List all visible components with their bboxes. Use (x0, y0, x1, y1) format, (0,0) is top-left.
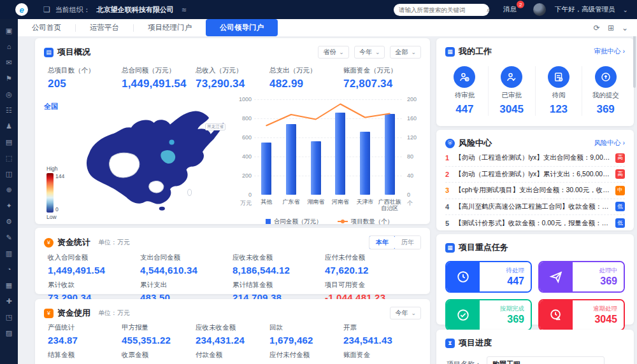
tab-pm-portal[interactable]: 项目经理门户 (134, 19, 206, 36)
usage-stat-item: 应收未收金额234,431.24 (196, 323, 269, 346)
sidebar-icon-10[interactable]: ◫ (4, 169, 14, 179)
progress-title: 项目进度 (459, 337, 492, 349)
tab-leader-portal[interactable]: 公司领导门户 (206, 19, 278, 36)
user-check-icon (501, 66, 522, 88)
tab-operation-platform[interactable]: 运营平台 (76, 19, 133, 36)
org-name[interactable]: 北京望企联科技有限公司 (97, 5, 174, 15)
bar-chart-plot[interactable] (254, 99, 402, 195)
sidebar-icon-15[interactable]: ▥ (4, 248, 14, 258)
usage-stat-item: 收票金额56,542.12 (122, 351, 196, 364)
org-switch-icon[interactable]: ≋ (182, 6, 187, 13)
app-logo[interactable]: e (15, 3, 28, 16)
task-tile-on-time[interactable]: 按期完成369 (445, 299, 532, 331)
work-item-my-submissions[interactable]: 我的提交 369 (582, 66, 629, 116)
risk-level-badge: 高 (615, 153, 625, 163)
check-circle-icon (447, 300, 480, 330)
search-icon[interactable]: ⌕ (487, 6, 490, 14)
sidebar-icon-7[interactable]: ♟ (4, 121, 14, 131)
gradient-bar (47, 173, 54, 213)
task-tile-overdue[interactable]: 逾期处理3045 (538, 299, 625, 331)
overview-scope-select[interactable]: 全部⌄ (390, 46, 421, 59)
sidebar-icon-4[interactable]: ⚑ (4, 73, 14, 83)
risk-list-item[interactable]: 1【勿动（工程造价测试）lyx】支出合同金额：9,000.00元，收入合同...… (445, 150, 625, 167)
task-tile-pending[interactable]: 待处理447 (445, 261, 532, 293)
project-overview-card: ▤ 项目概况 省份⌄ 今年⌄ 全部⌄ 总项目数（个）205 总合同额（万元）1,… (35, 38, 430, 224)
sidebar-icon-17[interactable]: ▦ (4, 280, 14, 290)
submit-icon (595, 66, 617, 88)
risk-list-item[interactable]: 4【高川至鹤庆高速公路工程施工合同】收款金额：0.00元，报量金额...低 (445, 199, 625, 216)
sidebar-icon-3[interactable]: ✉ (4, 57, 14, 67)
sidebar-icon-14[interactable]: ✎ (4, 232, 14, 242)
sidebar-icon-20[interactable]: ▨ (4, 328, 14, 338)
map-taiwan[interactable] (188, 189, 192, 195)
tab-company-home[interactable]: 公司首页 (18, 19, 75, 36)
page-scrollbar[interactable] (633, 29, 636, 88)
bar-legend-swatch (266, 219, 271, 224)
sidebar-icon-6[interactable]: ☷ (4, 105, 14, 115)
messages-button[interactable]: 消息 2 (503, 5, 519, 14)
icon-sidebar: ▣⌂✉⚑◎☷♟▤⬚◫⊕✦⚙✎▥◔▦✚◳▨ (0, 19, 18, 364)
usage-stat-item: 甲方报量455,351.22 (122, 323, 196, 346)
risk-list-item[interactable]: 2【勿动（工程造价测试）lyx】累计支出：6,500.00元，累计收入：0.0.… (445, 167, 625, 183)
map-hainan[interactable] (159, 207, 165, 211)
sidebar-icon-19[interactable]: ◳ (4, 312, 14, 322)
paper-plane-icon (540, 262, 573, 291)
toggle-this-year[interactable]: 本年 (369, 235, 396, 249)
map-province-unfilled[interactable] (110, 153, 140, 178)
project-name-select[interactable]: 购网工程 ⌄ (487, 356, 605, 364)
sidebar-icon-13[interactable]: ⚙ (4, 216, 14, 227)
overview-stat: 总收入（万元）73,290.34 (196, 66, 269, 90)
chart-right-axis: 04080120160200个 (407, 99, 425, 207)
risk-list-item[interactable]: 5【测试计价形式】收款金额：0.00元，报量金额：0.00元，当前合同...低 (445, 215, 625, 232)
org-panel-icon[interactable]: ❏ (43, 5, 50, 14)
my-work-card-icon: ▦ (445, 47, 455, 57)
overview-stat: 总合同额（万元）1,449,491.54 (122, 66, 196, 90)
sidebar-icon-9[interactable]: ⬚ (4, 153, 14, 163)
global-search[interactable]: ⌕ (394, 4, 489, 16)
risk-list-item[interactable]: 3【cph专用测试项目】支出合同金额：30.00元，收入合同金额：0.00...… (445, 183, 625, 199)
sidebar-icon-11[interactable]: ⊕ (4, 185, 14, 195)
work-item-approved[interactable]: 已审批 3045 (488, 66, 535, 116)
funds-statistics-card: ¥ 资金统计 单位：万元 本年 历年 收入合同金额1,449,491.54 支出… (35, 228, 430, 294)
overview-region-select[interactable]: 省份⌄ (318, 46, 349, 59)
refresh-icon[interactable]: ⟳ (594, 24, 600, 32)
user-greeting[interactable]: 下午好，高级管理员 (555, 5, 615, 14)
chevron-down-icon: ⌄ (339, 49, 344, 55)
sidebar-icon-16[interactable]: ◔ (4, 264, 14, 274)
messages-label: 消息 (503, 5, 517, 13)
task-tile-processing[interactable]: 处理中369 (538, 261, 625, 293)
map-province-unfilled[interactable] (149, 181, 164, 193)
my-work-card: ▦ 我的工作 审批中心 › 待审批 447 已审批 3045 待阅 123 (436, 38, 634, 126)
sidebar-icon-1[interactable]: ▣ (4, 25, 14, 36)
map-region-label[interactable]: 全国 (44, 102, 58, 111)
overview-year-select[interactable]: 今年⌄ (354, 46, 385, 59)
tasks-card-icon: ▦ (445, 243, 455, 253)
layout-grid-icon[interactable]: ⊞ (608, 24, 614, 32)
legend-line-series[interactable]: 项目数量（个） (338, 218, 394, 226)
chevron-down-icon: ⌄ (411, 49, 416, 55)
org-label: 当前组织： (55, 5, 90, 15)
user-menu-chevron-icon[interactable]: ⌄ (623, 6, 628, 13)
work-item-pending-approval[interactable]: 待审批 447 (441, 66, 488, 116)
approval-center-link[interactable]: 审批中心 › (594, 47, 625, 56)
toggle-history[interactable]: 历年 (395, 236, 420, 249)
sidebar-icon-5[interactable]: ◎ (4, 89, 14, 99)
sidebar-icon-12[interactable]: ✦ (4, 200, 14, 211)
usage-year-select[interactable]: 今年⌄ (390, 307, 421, 319)
china-map[interactable]: 全国 黑龙江省 High 144 0 Low (43, 107, 237, 218)
user-avatar[interactable] (533, 3, 546, 16)
risk-center-link[interactable]: 风险中心 › (594, 139, 625, 148)
work-item-to-read[interactable]: 待阅 123 (535, 66, 582, 116)
sidebar-icon-2[interactable]: ⌂ (4, 41, 14, 52)
left-axis-tick: 400 (234, 153, 252, 160)
right-axis-unit: 个 (407, 199, 425, 207)
funds-stat-item: 应付未付金额47,620.12 (325, 253, 417, 276)
chart-category-label: 广西壮族自治区 (377, 199, 402, 212)
legend-bar-series[interactable]: 合同金额（万元） (266, 218, 322, 226)
sidebar-icon-18[interactable]: ✚ (4, 296, 14, 306)
left-axis-tick: 200 (234, 172, 252, 179)
search-input[interactable] (399, 6, 483, 13)
collapse-chevron-icon[interactable]: ⌄ (622, 24, 628, 32)
topbar: e ❏ 当前组织： 北京望企联科技有限公司 ≋ ⌕ 消息 2 下午好，高级管理员… (0, 0, 637, 19)
sidebar-icon-8[interactable]: ▤ (4, 137, 14, 147)
